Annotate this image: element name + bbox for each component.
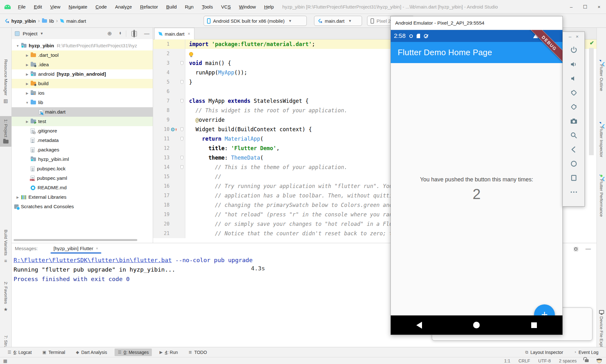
emulator-overview-button[interactable] xyxy=(570,174,578,182)
file-encoding[interactable]: UTF-8 xyxy=(538,358,551,363)
emulator-camera-button[interactable] xyxy=(570,117,578,125)
nav-home-button[interactable] xyxy=(473,322,480,328)
emulator-screen[interactable]: 2:58 Flutter Demo Home Page DEBUG You ha… xyxy=(391,30,562,335)
chevron-down-icon[interactable]: ▼ xyxy=(14,44,21,48)
intention-bulb-icon[interactable] xyxy=(189,52,193,56)
sidebar-item-2-favorites[interactable]: 2: Favorites★ xyxy=(0,282,11,312)
sidebar-item-flutter-inspector[interactable]: Flutter Inspector xyxy=(597,124,606,157)
close-tab-icon[interactable]: × xyxy=(188,31,190,36)
sidebar-item-build-variants[interactable]: Build Variants≡ xyxy=(0,230,11,263)
run-config-dropdown[interactable]: main.dart ▼ xyxy=(314,16,362,26)
toolwindow-button-0-messages[interactable]: ☰0: Messages xyxy=(115,349,152,356)
sidebar-item-resource-manager[interactable]: Resource Manager▥ xyxy=(0,59,11,104)
tree-item-android[interactable]: ▶android[hyzp_yibin_android] xyxy=(12,69,153,79)
console-link[interactable]: R:\Flutter\FlutterSDK\flutter\bin\flutte… xyxy=(14,257,172,263)
toolwindow-button-dart-analysis[interactable]: ◆Dart Analysis xyxy=(73,349,110,356)
emulator-back-button[interactable] xyxy=(570,145,578,154)
overriding-method-icon[interactable] xyxy=(171,128,175,131)
toolwindow-button-todo[interactable]: ≣TODO xyxy=(186,349,210,356)
tree-item--packages[interactable]: .packages xyxy=(12,145,153,155)
minimize-window-button[interactable]: – xyxy=(564,0,578,14)
chevron-right-icon[interactable]: ▶ xyxy=(24,63,31,67)
messages-tab-flutter[interactable]: [hyzp_yibin] Flutter × xyxy=(50,243,101,254)
menu-analyze[interactable]: Analyze xyxy=(111,0,136,14)
tree-item-hyzp_yibin-iml[interactable]: hyzp_yibin.iml xyxy=(12,155,153,164)
settings-gear-icon[interactable] xyxy=(574,247,578,250)
tree-item-test[interactable]: ▶test xyxy=(12,117,153,126)
toolwindow-button-terminal[interactable]: ▣Terminal xyxy=(39,349,68,356)
menu-build[interactable]: Build xyxy=(162,0,181,14)
chevron-right-icon[interactable]: ▶ xyxy=(24,54,31,57)
settings-gear-icon[interactable] xyxy=(131,31,137,37)
menu-refactor[interactable]: Refactor xyxy=(136,0,162,14)
menu-navigate[interactable]: Navigate xyxy=(64,0,91,14)
project-horizontal-scrollbar[interactable] xyxy=(14,239,137,241)
line-separator[interactable]: CRLF xyxy=(519,358,530,363)
unlock-icon[interactable] xyxy=(585,359,589,362)
emulator-zoom-button[interactable] xyxy=(570,131,578,139)
tree-item-pubspec-yaml[interactable]: pubspec.yaml xyxy=(12,173,153,183)
collapse-all-button[interactable]: ▲▼ xyxy=(117,31,123,37)
tree-item-lib[interactable]: ▼lib xyxy=(12,98,153,107)
code-fold-marker-icon[interactable] xyxy=(181,156,183,160)
indent-setting[interactable]: 2 spaces xyxy=(559,358,577,363)
emulator-rotate-right-button[interactable] xyxy=(570,103,578,111)
tree-item--gitignore[interactable]: .gitignore xyxy=(12,126,153,136)
menu-edit[interactable]: Edit xyxy=(30,0,46,14)
emulator-more-button[interactable] xyxy=(570,188,578,196)
tree-item-external-libraries[interactable]: ▶External Libraries xyxy=(12,192,153,202)
chevron-right-icon[interactable]: ▶ xyxy=(24,91,31,95)
chevron-right-icon[interactable]: ▶ xyxy=(24,120,31,123)
sidebar-item-1-project[interactable]: 1: Project xyxy=(0,116,11,147)
tool-window-switcher-icon[interactable]: ▦ xyxy=(3,358,7,363)
tree-item-main-dart[interactable]: main.dart xyxy=(12,107,153,117)
breadcrumb-item-hyzp_yibin[interactable]: hyzp_yibin xyxy=(11,18,36,24)
tree-item-build[interactable]: ▶build xyxy=(12,79,153,88)
highlighting-level-icon[interactable] xyxy=(597,358,602,363)
menu-tools[interactable]: Tools xyxy=(198,0,217,14)
menu-run[interactable]: Run xyxy=(181,0,198,14)
code-fold-marker-icon[interactable] xyxy=(181,80,183,84)
tab-main-dart[interactable]: main.dart × xyxy=(154,28,194,39)
menu-vcs[interactable]: VCS xyxy=(217,0,235,14)
chevron-down-icon[interactable]: ▼ xyxy=(24,101,31,104)
project-view-selector[interactable]: Project xyxy=(23,31,38,36)
menu-file[interactable]: File xyxy=(14,0,30,14)
sidebar-item-flutter-performance[interactable]: Flutter Performance xyxy=(597,177,606,217)
locate-file-button[interactable]: ⊕ xyxy=(106,31,113,37)
tree-item--metadata[interactable]: .metadata xyxy=(12,136,153,145)
breadcrumb-item-main.dart[interactable]: main.dart xyxy=(66,18,86,24)
tree-item-readme-md[interactable]: README.md xyxy=(12,183,153,192)
caret-position[interactable]: 1:1 xyxy=(504,358,510,363)
tree-item--idea[interactable]: ▶.idea xyxy=(12,60,153,69)
code-fold-marker-icon[interactable] xyxy=(181,127,183,131)
toolwindow-button-layout-inspector[interactable]: ⧉Layout Inspector xyxy=(522,349,566,356)
editor-scrollbar[interactable] xyxy=(589,48,594,155)
toolwindow-button-event-log[interactable]: ◔Event Log xyxy=(571,349,602,356)
emulator-volume-down-button[interactable] xyxy=(570,74,578,83)
tree-item-hyzp_yibin[interactable]: ▼hyzp_yibinR:\FlutterProject\FlutterProj… xyxy=(12,41,153,50)
toolwindow-button-4-run[interactable]: ▶4: Run xyxy=(156,349,181,356)
sidebar-item-flutter-outline[interactable]: Flutter Outline xyxy=(597,62,606,91)
toolwindow-button-6-logcat[interactable]: ☰6: Logcat xyxy=(4,349,35,356)
chevron-right-icon[interactable]: ▶ xyxy=(24,82,31,85)
code-fold-marker-icon[interactable] xyxy=(181,99,183,103)
chevron-right-icon[interactable]: ▶ xyxy=(24,73,31,76)
chevron-right-icon[interactable]: ▶ xyxy=(14,196,21,199)
close-tab-icon[interactable]: × xyxy=(96,246,98,251)
tree-item-scratches-and-consoles[interactable]: Scratches and Consoles xyxy=(12,202,153,211)
emulator-close-button[interactable]: × xyxy=(576,34,579,39)
tree-item-pubspec-lock[interactable]: pubspec.lock xyxy=(12,164,153,173)
emulator-power-button[interactable] xyxy=(570,46,578,54)
code-fold-marker-icon[interactable] xyxy=(181,165,183,169)
code-fold-marker-icon[interactable] xyxy=(181,137,183,141)
nav-recents-button[interactable] xyxy=(531,322,537,328)
emulator-minimize-button[interactable]: – xyxy=(569,34,571,39)
hide-panel-button[interactable]: — xyxy=(585,246,591,252)
emulator-rotate-left-button[interactable] xyxy=(570,89,578,97)
menu-window[interactable]: Window xyxy=(235,0,260,14)
close-window-button[interactable]: × xyxy=(592,0,606,14)
breadcrumb-item-lib[interactable]: lib xyxy=(49,18,54,24)
menu-help[interactable]: Help xyxy=(260,0,278,14)
device-selector-dropdown[interactable]: Android SDK built for x86 (mobile) ▼ xyxy=(204,16,307,26)
